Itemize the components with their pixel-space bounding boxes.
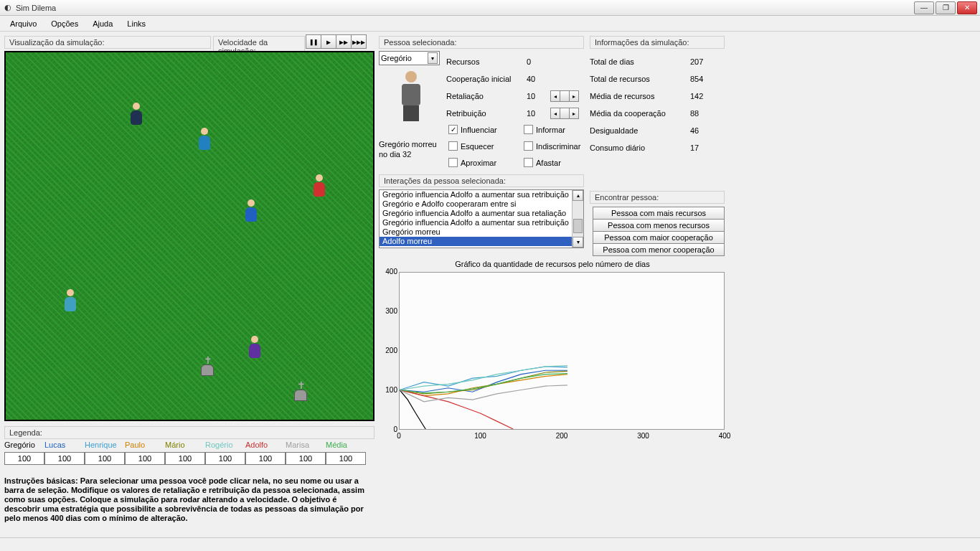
x-tick-label: 200 (551, 432, 573, 440)
legend-name[interactable]: Lucas (44, 441, 85, 449)
interaction-item[interactable]: Gregório e Adolfo cooperaram entre si (380, 199, 583, 209)
media-recursos-value: 142 (690, 92, 703, 100)
person-select[interactable]: Gregório ▾ (379, 51, 440, 65)
total-dias-label: Total de dias (590, 57, 690, 66)
person-sprite[interactable] (311, 174, 328, 197)
total-recursos-value: 854 (690, 75, 703, 83)
legend-name[interactable]: Mário (165, 441, 205, 449)
grave-icon (293, 382, 307, 401)
legend-name[interactable]: Henrique (85, 441, 125, 449)
pessoa-selecionada-label: Pessoa selecionada: (379, 36, 584, 49)
scroll-up-icon[interactable]: ▴ (573, 190, 583, 201)
status-bar (0, 537, 980, 551)
retribuicao-increase[interactable]: ▸ (569, 108, 579, 119)
media-coop-label: Média da cooperação (590, 109, 690, 118)
media-recursos-label: Média de recursos (590, 92, 690, 100)
play3-button[interactable]: ▶▶▶ (351, 34, 367, 49)
cooperacao-value: 40 (527, 75, 548, 83)
consumo-label: Consumo diário (590, 143, 690, 152)
afastar-checkbox[interactable] (524, 158, 533, 167)
legend-value: 100 (125, 452, 165, 465)
instructions-text: Instruções básicas: Para selecionar uma … (4, 476, 374, 523)
interaction-item[interactable]: Gregório influencia Adolfo a aumentar su… (380, 218, 583, 227)
person-select-value: Gregório (381, 54, 412, 62)
grave-icon (199, 357, 214, 376)
death-note: Gregório morreu no dia 32 (379, 139, 443, 159)
legend-name[interactable]: Rogério (205, 441, 245, 449)
pause-button[interactable]: ❚❚ (306, 34, 321, 49)
cooperacao-label: Cooperação inicial (446, 75, 527, 83)
aproximar-label: Aproximar (461, 159, 496, 167)
interactions-list[interactable]: Gregório influencia Adolfo a aumentar su… (379, 189, 584, 248)
legend-value: 100 (44, 452, 85, 465)
legend-value: 100 (245, 452, 286, 465)
interaction-item[interactable]: Gregório morreu (380, 227, 583, 237)
interaction-item[interactable]: Gregório influencia Adolfo a aumentar su… (380, 209, 583, 218)
indiscriminar-label: Indiscriminar (536, 142, 580, 151)
legend-value: 100 (165, 452, 205, 465)
recursos-value: 0 (527, 57, 548, 66)
legend-value: 100 (326, 452, 366, 465)
find-mais-recursos-button[interactable]: Pessoa com mais recursos (593, 207, 725, 220)
recursos-label: Recursos (446, 57, 527, 66)
play2-button[interactable]: ▶▶ (336, 34, 352, 49)
chevron-down-icon[interactable]: ▾ (428, 52, 438, 64)
legend-value: 100 (205, 452, 245, 465)
y-tick-label: 300 (379, 307, 397, 315)
person-sprite[interactable] (128, 103, 145, 126)
find-maior-coop-button[interactable]: Pessoa com maior cooperação (593, 231, 725, 244)
total-recursos-label: Total de recursos (590, 75, 690, 83)
informar-label: Informar (536, 126, 565, 134)
retribuicao-label: Retribuição (446, 109, 527, 118)
legend-name[interactable]: Paulo (125, 441, 165, 449)
interaction-item[interactable]: Gregório influencia Adolfo a aumentar su… (380, 190, 583, 199)
influenciar-checkbox[interactable]: ✓ (448, 125, 458, 134)
legend-name[interactable]: Média (326, 441, 366, 449)
retaliacao-increase[interactable]: ▸ (569, 90, 579, 102)
retribuicao-decrease[interactable]: ◂ (550, 108, 560, 119)
scroll-down-icon[interactable]: ▾ (573, 237, 583, 248)
indiscriminar-checkbox[interactable] (524, 141, 533, 151)
app-icon: ◐ (3, 3, 13, 13)
esquecer-label: Esquecer (461, 142, 494, 151)
legend-name[interactable]: Adolfo (245, 441, 286, 449)
x-tick-label: 0 (388, 432, 410, 440)
person-sprite[interactable] (196, 128, 213, 151)
scroll-thumb[interactable] (573, 219, 583, 233)
retribuicao-value: 10 (527, 109, 548, 118)
esquecer-checkbox[interactable] (448, 141, 458, 151)
person-sprite[interactable] (62, 289, 79, 312)
legend-name[interactable]: Gregório (4, 441, 44, 449)
legend-value: 100 (4, 452, 44, 465)
retaliacao-decrease[interactable]: ◂ (550, 90, 560, 102)
menu-opcoes[interactable]: Opções (44, 17, 85, 30)
minimize-button[interactable]: — (914, 1, 934, 14)
desigualdade-label: Desigualdade (590, 126, 690, 135)
person-sprite[interactable] (246, 336, 263, 359)
close-button[interactable]: ✕ (957, 1, 977, 14)
find-menos-recursos-button[interactable]: Pessoa com menos recursos (593, 219, 725, 232)
x-tick-label: 400 (714, 432, 735, 440)
simulation-field[interactable] (4, 51, 374, 421)
informar-checkbox[interactable] (524, 125, 533, 134)
retaliacao-track[interactable] (560, 90, 570, 102)
menu-links[interactable]: Links (120, 17, 153, 30)
interaction-item[interactable]: Adolfo morreu (380, 237, 583, 246)
grass-background (6, 52, 373, 420)
interactions-scrollbar[interactable]: ▴ ▾ (572, 190, 583, 248)
find-menor-coop-button[interactable]: Pessoa com menor cooperação (593, 243, 725, 256)
encontrar-label: Encontrar pessoa: (590, 191, 725, 204)
menu-ajuda[interactable]: Ajuda (85, 17, 120, 30)
menu-arquivo[interactable]: Arquivo (3, 17, 44, 30)
retribuicao-track[interactable] (560, 108, 570, 119)
y-tick-label: 400 (379, 268, 397, 276)
person-sprite[interactable] (242, 199, 260, 222)
y-tick-label: 200 (379, 347, 397, 354)
influenciar-label: Influenciar (461, 126, 497, 134)
retaliacao-label: Retaliação (446, 92, 527, 100)
legend-name[interactable]: Marisa (286, 441, 326, 449)
maximize-button[interactable]: ❐ (936, 1, 956, 14)
aproximar-checkbox[interactable] (448, 158, 458, 167)
play1-button[interactable]: ▶ (321, 34, 336, 49)
legenda-label: Legenda: (4, 426, 374, 439)
